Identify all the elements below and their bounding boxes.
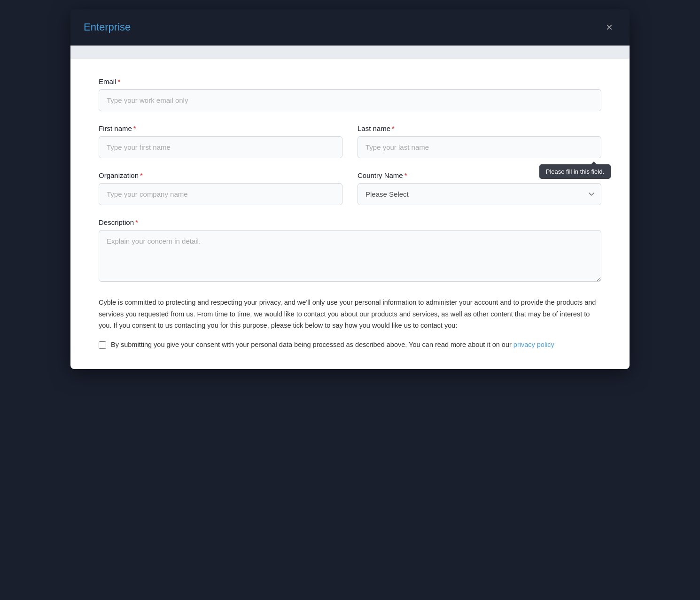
country-label: Country Name* [358,171,601,179]
last-name-required: * [392,124,395,132]
last-name-group: Last name* Please fill in this field. [358,124,601,158]
first-name-label: First name* [99,124,342,132]
first-name-required: * [133,124,136,132]
privacy-text: Cyble is committed to protecting and res… [99,297,601,331]
consent-checkbox[interactable] [99,341,106,349]
country-group: Country Name* Please Select United State… [358,171,601,205]
close-button[interactable]: × [602,20,616,35]
description-label: Description* [99,218,601,226]
desc-required: * [135,218,138,226]
country-select[interactable]: Please Select United States United Kingd… [358,183,601,205]
email-label: Email* [99,77,601,85]
country-required: * [404,171,407,179]
first-name-group: First name* [99,124,342,158]
email-required: * [118,77,121,85]
last-name-label: Last name* [358,124,601,132]
organization-group: Organization* [99,171,342,205]
org-country-row: Organization* Country Name* Please Selec… [99,171,601,205]
description-group: Description* [99,218,601,284]
name-row: First name* Last name* Please fill in th… [99,124,601,158]
organization-input[interactable] [99,183,342,205]
organization-label: Organization* [99,171,342,179]
email-group: Email* [99,77,601,111]
consent-text: By submitting you give your consent with… [111,340,554,350]
email-input[interactable] [99,89,601,111]
modal-header: Enterprise × [70,9,630,46]
modal-top-bar [70,46,630,59]
last-name-input[interactable] [358,136,601,158]
modal-body: Email* First name* Last name* Please fil… [70,59,630,369]
privacy-policy-link[interactable]: privacy policy [513,341,554,348]
consent-row: By submitting you give your consent with… [99,340,601,350]
description-textarea[interactable] [99,230,601,282]
modal-container: Enterprise × Email* First name* Last nam… [70,9,630,369]
modal-title: Enterprise [84,21,131,33]
first-name-input[interactable] [99,136,342,158]
org-required: * [140,171,143,179]
